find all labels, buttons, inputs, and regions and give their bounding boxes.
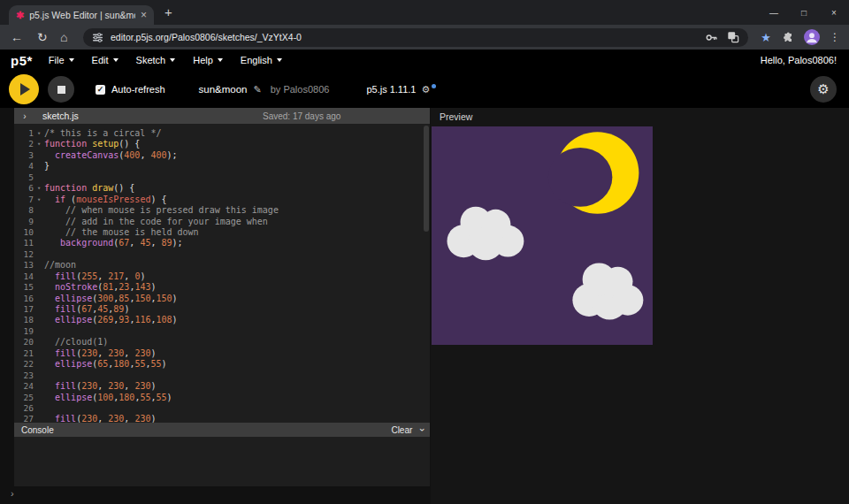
menu-edit[interactable]: Edit <box>83 50 127 71</box>
p5-nav-bar: p5* File Edit Sketch Help English Hello,… <box>0 50 849 71</box>
code-line[interactable]: 25 ellipse(100,180,55,55) <box>14 393 430 403</box>
code-line[interactable]: 10 // the mouse is held down <box>14 227 430 238</box>
code-line[interactable]: 9 // add in the code for your image when <box>14 217 430 227</box>
url-text[interactable]: editor.p5js.org/Palos0806/sketches/_VzYt… <box>111 32 698 42</box>
code-text: // add in the code for your image when <box>44 217 430 227</box>
auto-refresh-control: ✓ Auto-refresh <box>96 84 165 95</box>
menu-sketch[interactable]: Sketch <box>127 50 185 71</box>
console-clear-button[interactable]: Clear <box>391 425 412 435</box>
fold-arrow-icon[interactable]: ▾ <box>34 195 44 205</box>
code-text: function draw() { <box>44 183 430 194</box>
menu-help[interactable]: Help <box>184 50 232 71</box>
code-line[interactable]: 24 fill(230, 230, 230) <box>14 381 430 392</box>
editor-scrollbar[interactable] <box>424 126 429 232</box>
translate-icon[interactable] <box>727 31 739 43</box>
code-line[interactable]: 19 <box>14 326 430 337</box>
fold-arrow-icon[interactable]: ▾ <box>34 128 44 139</box>
file-tab-sketch-js[interactable]: sketch.js <box>35 111 86 121</box>
window-minimize-button[interactable]: — <box>759 0 789 25</box>
preview-pane: Preview <box>431 108 849 504</box>
stop-button[interactable] <box>48 76 74 103</box>
code-line[interactable]: 26 <box>14 403 430 414</box>
code-line[interactable]: 4} <box>14 161 430 172</box>
code-line[interactable]: 1▾/* this is a circal */ <box>14 128 430 139</box>
console-collapse-chevron-icon[interactable]: › <box>417 428 428 431</box>
browser-address-bar: ← ↻ ⌂ editor.p5js.org/Palos0806/sketches… <box>0 25 849 50</box>
code-line[interactable]: 27 fill(230, 230, 230) <box>14 414 430 423</box>
code-text: fill(230, 230, 230) <box>44 414 430 423</box>
fold-arrow-icon[interactable]: ▾ <box>34 139 44 149</box>
expand-sidebar-chevron-icon[interactable]: › <box>14 111 35 121</box>
code-line[interactable]: 12 <box>14 249 430 260</box>
run-button[interactable] <box>9 74 39 104</box>
code-line[interactable]: 18 ellipse(269,93,116,108) <box>14 315 430 325</box>
fold-gutter <box>34 227 44 238</box>
new-tab-button[interactable]: + <box>164 4 172 19</box>
code-line[interactable]: 21 fill(230, 230, 230) <box>14 348 430 359</box>
code-text: fill(255, 217, 0) <box>44 271 430 282</box>
code-line[interactable]: 16 ellipse(300,85,150,150) <box>14 294 430 304</box>
fold-arrow-icon[interactable]: ▾ <box>34 183 44 194</box>
address-bar[interactable]: editor.p5js.org/Palos0806/sketches/_VzYt… <box>83 28 748 47</box>
line-number: 25 <box>14 393 34 403</box>
code-line[interactable]: 14 fill(255, 217, 0) <box>14 271 430 282</box>
code-line[interactable]: 8 // when mouse is pressed draw this ima… <box>14 205 430 216</box>
preview-canvas-svg[interactable] <box>432 126 653 345</box>
preview-title: Preview <box>440 111 472 122</box>
sketch-name[interactable]: sun&moon <box>199 84 248 95</box>
line-number: 2 <box>14 139 34 149</box>
code-text: function setup() { <box>44 139 430 149</box>
version-settings-gear-icon[interactable]: ⚙ <box>421 84 430 95</box>
edit-sketch-name-pencil-icon[interactable]: ✎ <box>254 84 262 95</box>
console-output <box>14 437 430 486</box>
code-line[interactable]: 3 createCanvas(400, 400); <box>14 150 430 161</box>
code-line[interactable]: 22 ellipse(65,180,55,55) <box>14 359 430 370</box>
menu-file[interactable]: File <box>40 50 83 71</box>
user-greeting[interactable]: Hello, Palos0806! <box>761 55 837 65</box>
code-line[interactable]: 23 <box>14 370 430 381</box>
screen: { "browser": { "tab_title": "p5.js Web E… <box>0 0 849 504</box>
code-line[interactable]: 15 noStroke(81,23,143) <box>14 282 430 293</box>
tab-close-icon[interactable]: × <box>141 10 147 20</box>
home-icon[interactable]: ⌂ <box>60 25 67 50</box>
site-info-icon[interactable] <box>92 32 103 43</box>
browser-action-icons: ★ ⋮ <box>761 25 849 50</box>
code-lines: 1▾/* this is a circal */2▾function setup… <box>14 128 430 423</box>
menu-language[interactable]: English <box>232 50 291 71</box>
preferences-button[interactable]: ⚙ <box>810 76 837 103</box>
auto-refresh-label[interactable]: Auto-refresh <box>111 84 165 95</box>
code-line[interactable]: 20 //cloud(1) <box>14 337 430 347</box>
browser-tab[interactable]: ✱ p5.js Web Editor | sun&moo × <box>9 5 154 25</box>
line-number: 19 <box>14 326 34 337</box>
menu-edit-label: Edit <box>92 55 109 65</box>
code-line[interactable]: 17 fill(67,45,89) <box>14 304 430 315</box>
code-text: ellipse(300,85,150,150) <box>44 294 430 304</box>
code-editor[interactable]: 1▾/* this is a circal */2▾function setup… <box>14 124 430 423</box>
code-line[interactable]: 13//moon <box>14 260 430 271</box>
refresh-icon[interactable]: ↻ <box>37 25 48 50</box>
code-line[interactable]: 2▾function setup() { <box>14 139 430 149</box>
code-line[interactable]: 6▾function draw() { <box>14 183 430 194</box>
sketch-owner[interactable]: by Palos0806 <box>271 84 330 95</box>
p5-version-label[interactable]: p5.js 1.11.1 <box>366 84 416 95</box>
menu-language-label: English <box>241 55 272 65</box>
code-line[interactable]: 5 <box>14 172 430 183</box>
password-key-icon[interactable] <box>705 31 718 44</box>
extensions-puzzle-icon[interactable] <box>781 31 794 44</box>
back-icon[interactable]: ← <box>11 25 23 50</box>
code-line[interactable]: 11 background(67, 45, 89); <box>14 238 430 248</box>
window-close-button[interactable]: × <box>819 0 849 25</box>
code-text: ellipse(269,93,116,108) <box>44 315 430 325</box>
caret-down-icon <box>170 58 175 62</box>
line-number: 11 <box>14 238 34 248</box>
profile-avatar[interactable] <box>804 29 820 45</box>
auto-refresh-checkbox[interactable]: ✓ <box>96 85 105 95</box>
browser-menu-kebab-icon[interactable]: ⋮ <box>830 31 840 43</box>
code-line[interactable]: 7▾ if (mouseIsPressed) { <box>14 195 430 205</box>
expand-bottom-chevron-icon[interactable]: › <box>11 488 14 499</box>
p5-logo[interactable]: p5* <box>11 53 33 68</box>
code-text: if (mouseIsPressed) { <box>44 195 430 205</box>
bookmark-star-icon[interactable]: ★ <box>761 32 771 43</box>
window-maximize-button[interactable]: □ <box>789 0 819 25</box>
cloud-1 <box>481 210 511 239</box>
